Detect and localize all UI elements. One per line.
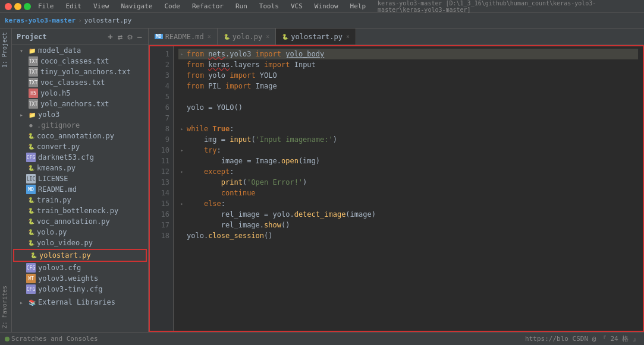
menu-edit[interactable]: Edit — [64, 1, 84, 11]
code-line-14: continue — [178, 188, 638, 198]
tree-label: model_data — [38, 46, 81, 55]
fold-icon[interactable] — [178, 189, 186, 197]
tree-label: voc_classes.txt — [40, 78, 105, 87]
code-line-9: img = input('Input imagename:') — [178, 134, 638, 145]
code-line-18: yolo.close_session() — [178, 230, 638, 241]
tree-item-yolo-anchors[interactable]: TXT yolo_anchors.txt — [12, 99, 148, 109]
fold-icon[interactable] — [178, 211, 186, 218]
tree-label: yolov3-tiny.cfg — [38, 285, 102, 293]
menu-navigate[interactable]: Navigate — [119, 1, 155, 11]
tree-item-kmeans[interactable]: 🐍 kmeans.py — [12, 163, 148, 173]
code-line-8: ▸ while True: — [178, 124, 638, 134]
fold-icon[interactable] — [178, 115, 186, 122]
tab-close-btn[interactable]: × — [346, 33, 350, 40]
cfg-icon: CFG — [26, 263, 36, 273]
bottom-right: https://blo CSDN @ 『 24 格 』 — [525, 334, 639, 343]
tree-label: voc_annotation.py — [37, 217, 110, 226]
fold-icon[interactable] — [178, 72, 186, 79]
code-line-5 — [178, 91, 638, 102]
fold-icon[interactable] — [178, 83, 186, 90]
tree-item-license[interactable]: LIC LICENSE — [12, 173, 148, 184]
tab-close-btn[interactable]: × — [266, 33, 269, 40]
code-line-12: ▸ except: — [178, 166, 638, 177]
tree-item-model-data[interactable]: ▾ 📁 model_data — [12, 45, 148, 56]
file-icon: TXT — [29, 78, 38, 87]
fold-icon[interactable]: ▸ — [178, 168, 186, 175]
code-line-3: from yolo import YOLO — [178, 70, 638, 81]
tree-item-yolov3-cfg[interactable]: CFG yolov3.cfg — [12, 262, 148, 273]
fold-icon[interactable] — [178, 61, 186, 68]
fold-icon[interactable] — [178, 232, 186, 239]
breadcrumb-project[interactable]: keras-yolo3-master — [5, 17, 76, 24]
tree-item-yolo-h5[interactable]: H5 yolo.h5 — [12, 88, 148, 99]
tab-label: yolo.py — [233, 33, 263, 41]
panel-tab-project[interactable]: 1: Project — [0, 29, 11, 71]
menu-vcs[interactable]: VCS — [288, 1, 305, 11]
fold-icon[interactable] — [178, 136, 186, 143]
tree-label: yolov3.cfg — [38, 264, 81, 272]
sidebar-minimize-btn[interactable]: − — [136, 32, 143, 42]
fold-icon[interactable]: ▸ — [178, 200, 186, 207]
fold-icon[interactable] — [178, 93, 186, 100]
panel-tab-favorites[interactable]: 2: Favorites — [0, 282, 11, 332]
tree-item-external-libs[interactable]: ▸ 📚 External Libraries — [12, 297, 148, 308]
py-icon: 🐍 — [26, 238, 36, 248]
menu-view[interactable]: View — [91, 1, 112, 11]
tree-label: train.py — [37, 196, 71, 204]
sidebar-sync-btn[interactable]: ⇄ — [117, 32, 124, 42]
tree-item-yolo-py[interactable]: 🐍 yolo.py — [12, 227, 148, 238]
tree-label: yolo3 — [38, 110, 59, 119]
tree-item-yolo-video[interactable]: 🐍 yolo_video.py — [12, 238, 148, 248]
tree-item-readme[interactable]: MD README.md — [12, 184, 148, 195]
code-content[interactable]: ▸ from nets.yolo3 import yolo_body from … — [174, 46, 643, 331]
folder-icon: 📁 — [27, 110, 37, 119]
tab-yolo-py[interactable]: 🐍 yolo.py × — [218, 29, 277, 45]
tree-label: yolo_anchors.txt — [40, 100, 109, 108]
breadcrumb-file[interactable]: yolostart.py — [84, 17, 131, 24]
menu-run[interactable]: Run — [233, 1, 250, 11]
fold-icon[interactable] — [178, 221, 186, 229]
tree-item-voc-classes[interactable]: TXT voc_classes.txt — [12, 77, 148, 88]
md-icon: MD — [26, 185, 36, 194]
menu-code[interactable]: Code — [162, 1, 183, 11]
tree-label: README.md — [38, 185, 77, 194]
tab-yolostart[interactable]: 🐍 yolostart.py × — [276, 29, 356, 45]
tab-label: README.md — [165, 33, 204, 41]
tree-item-darknet53[interactable]: CFG darknet53.cfg — [12, 152, 148, 163]
fold-icon[interactable]: ▸ — [178, 125, 186, 132]
tree-label: convert.py — [37, 143, 80, 151]
menu-file[interactable]: File — [36, 1, 56, 11]
sidebar-settings-btn[interactable]: ⚙ — [126, 32, 133, 42]
tab-close-btn[interactable]: × — [208, 33, 211, 40]
tree-item-train[interactable]: 🐍 train.py — [12, 195, 148, 205]
tree-item-yolostart[interactable]: 🐍 yolostart.py — [13, 249, 147, 262]
fold-icon[interactable] — [178, 157, 186, 164]
py-icon: 🐍 — [26, 142, 36, 151]
menu-window[interactable]: Window — [312, 1, 341, 11]
fold-icon[interactable]: ▸ — [178, 147, 186, 154]
code-line-15: ▸ else: — [178, 198, 638, 209]
tree-item-yolov3-tiny-cfg[interactable]: CFG yolov3-tiny.cfg — [12, 284, 148, 295]
tree-item-gitignore[interactable]: ● .gitignore — [12, 120, 148, 131]
tree-item-train-bottleneck[interactable]: 🐍 train_bottleneck.py — [12, 205, 148, 216]
tree-item-tiny-yolo-anchors[interactable]: TXT tiny_yolo_anchors.txt — [12, 67, 148, 77]
fold-icon[interactable] — [178, 104, 186, 111]
tree-item-voc-annotation[interactable]: 🐍 voc_annotation.py — [12, 216, 148, 227]
sidebar-add-btn[interactable]: + — [106, 32, 114, 42]
tree-item-coco-classes[interactable]: TXT coco_classes.txt — [12, 56, 148, 67]
tree-item-yolo3[interactable]: ▸ 📁 yolo3 — [12, 109, 148, 120]
menu-refactor[interactable]: Refactor — [190, 1, 226, 11]
file-icon: TXT — [29, 56, 38, 66]
code-line-10: ▸ try: — [178, 145, 638, 156]
scratches-tab[interactable]: Scratches and Consoles — [5, 335, 98, 343]
menu-help[interactable]: Help — [348, 1, 369, 11]
fold-icon[interactable]: ▸ — [178, 50, 186, 58]
line-numbers: 1 2 3 4 5 6 7 8 9 10 11 12 13 14 15 16 1 — [150, 46, 174, 331]
tree-label: yolo.py — [37, 228, 67, 236]
menu-tools[interactable]: Tools — [257, 1, 281, 11]
fold-icon[interactable] — [178, 179, 186, 186]
tree-item-convert[interactable]: 🐍 convert.py — [12, 141, 148, 152]
tree-item-coco-annotation[interactable]: 🐍 coco_annotation.py — [12, 131, 148, 141]
tab-readme[interactable]: MD README.md × — [149, 29, 218, 45]
tree-item-yolov3-weights[interactable]: WT yolov3.weights — [12, 273, 148, 284]
